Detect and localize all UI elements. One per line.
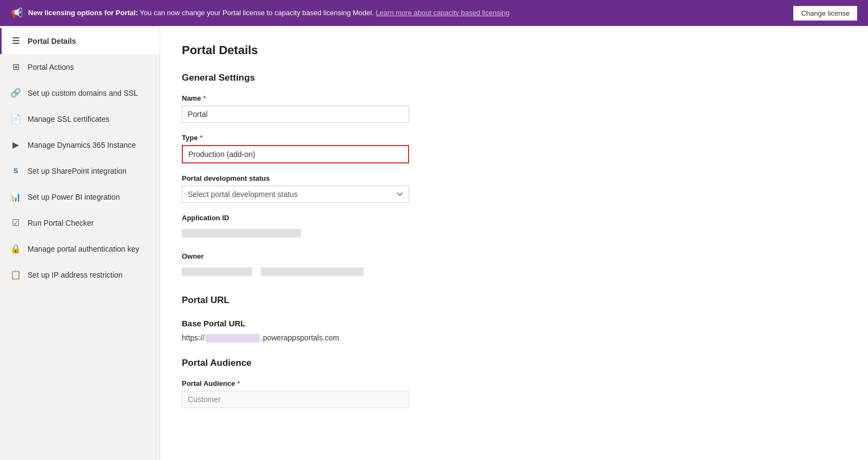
sidebar-label-ip-restriction: Set up IP address restriction xyxy=(28,270,151,280)
sharepoint-icon: S xyxy=(10,166,21,176)
base-portal-url-value: https://.powerappsportals.com xyxy=(182,333,846,343)
banner-learn-more-link[interactable]: Learn more about capacity based licensin… xyxy=(376,9,509,17)
name-required-star: * xyxy=(203,95,206,102)
portal-audience-field-group: Portal Audience * xyxy=(182,379,846,408)
application-id-field-group: Application ID xyxy=(182,214,846,241)
portal-url-section: Portal URL Base Portal URL https://.powe… xyxy=(182,295,846,343)
ssl-certs-icon: 📄 xyxy=(10,114,21,124)
type-field-group: Type * xyxy=(182,134,846,163)
sidebar-item-sharepoint[interactable]: S Set up SharePoint integration xyxy=(0,158,160,184)
owner-redacted-1 xyxy=(182,267,252,276)
portal-actions-icon: ⊞ xyxy=(10,62,21,73)
general-settings-section: General Settings Name * Type * xyxy=(182,73,846,280)
name-field-group: Name * xyxy=(182,94,846,123)
licensing-banner: 📢 New licensing options for Portal: You … xyxy=(0,0,868,26)
sidebar-item-ip-restriction[interactable]: 📋 Set up IP address restriction xyxy=(0,262,160,288)
banner-icon: 📢 xyxy=(11,7,23,19)
type-label: Type * xyxy=(182,134,846,142)
portal-audience-title: Portal Audience xyxy=(182,358,846,369)
sidebar-item-portal-checker[interactable]: ☑ Run Portal Checker xyxy=(0,210,160,236)
sidebar-label-portal-details: Portal Details xyxy=(28,36,151,46)
sidebar: ☰ Portal Details ⊞ Portal Actions 🔗 Set … xyxy=(0,26,160,460)
sidebar-item-powerbi[interactable]: 📊 Set up Power BI integration xyxy=(0,184,160,210)
application-id-label: Application ID xyxy=(182,214,846,222)
change-license-button[interactable]: Change license xyxy=(793,6,857,21)
banner-text: New licensing options for Portal: You ca… xyxy=(28,8,788,18)
owner-value xyxy=(182,264,409,280)
sidebar-label-auth-key: Manage portal authentication key xyxy=(28,244,151,254)
sidebar-item-ssl-certs[interactable]: 📄 Manage SSL certificates xyxy=(0,106,160,132)
main-layout: ☰ Portal Details ⊞ Portal Actions 🔗 Set … xyxy=(0,26,868,460)
owner-field-group: Owner xyxy=(182,252,846,280)
sidebar-label-portal-actions: Portal Actions xyxy=(28,62,151,72)
sidebar-item-dynamics-instance[interactable]: ▶ Manage Dynamics 365 Instance xyxy=(0,132,160,158)
type-required-star: * xyxy=(200,134,202,142)
application-id-value xyxy=(182,225,409,241)
sidebar-item-custom-domains[interactable]: 🔗 Set up custom domains and SSL xyxy=(0,80,160,106)
sidebar-label-powerbi: Set up Power BI integration xyxy=(28,192,151,202)
portal-dev-status-field-group: Portal development status Select portal … xyxy=(182,174,846,203)
owner-redacted-2 xyxy=(261,267,364,276)
general-settings-title: General Settings xyxy=(182,73,846,83)
powerbi-icon: 📊 xyxy=(10,192,21,202)
url-prefix: https:// xyxy=(182,333,205,342)
sidebar-item-portal-actions[interactable]: ⊞ Portal Actions xyxy=(0,54,160,80)
portal-details-icon: ☰ xyxy=(10,36,21,47)
portal-dev-status-label: Portal development status xyxy=(182,174,846,182)
banner-bold-text: New licensing options for Portal: xyxy=(28,9,138,17)
portal-audience-input[interactable] xyxy=(182,391,409,408)
portal-audience-label: Portal Audience * xyxy=(182,379,846,387)
main-content: Portal Details General Settings Name * T… xyxy=(160,26,868,460)
owner-label: Owner xyxy=(182,252,846,260)
banner-body-text: You can now change your Portal license t… xyxy=(140,9,373,17)
name-label: Name * xyxy=(182,94,846,102)
sidebar-label-ssl-certs: Manage SSL certificates xyxy=(28,114,151,124)
url-redacted xyxy=(206,334,260,343)
sidebar-label-custom-domains: Set up custom domains and SSL xyxy=(28,88,151,98)
sidebar-label-sharepoint: Set up SharePoint integration xyxy=(28,166,151,176)
auth-key-icon: 🔒 xyxy=(10,244,21,254)
base-portal-url-label: Base Portal URL xyxy=(182,319,846,328)
portal-url-title: Portal URL xyxy=(182,295,846,306)
sidebar-item-portal-details[interactable]: ☰ Portal Details xyxy=(0,28,160,54)
portal-audience-section: Portal Audience Portal Audience * xyxy=(182,358,846,408)
sidebar-label-dynamics-instance: Manage Dynamics 365 Instance xyxy=(28,140,151,150)
name-input[interactable] xyxy=(182,106,409,123)
portal-dev-status-select[interactable]: Select portal development status xyxy=(182,186,409,203)
custom-domains-icon: 🔗 xyxy=(10,88,21,98)
audience-required-star: * xyxy=(237,380,240,387)
url-suffix: .powerappsportals.com xyxy=(261,333,339,342)
page-title: Portal Details xyxy=(182,43,846,57)
dynamics-instance-icon: ▶ xyxy=(10,140,21,150)
sidebar-label-portal-checker: Run Portal Checker xyxy=(28,218,151,228)
type-input[interactable] xyxy=(182,145,409,163)
sidebar-item-auth-key[interactable]: 🔒 Manage portal authentication key xyxy=(0,236,160,262)
application-id-redacted xyxy=(182,229,301,238)
ip-restriction-icon: 📋 xyxy=(10,270,21,280)
portal-checker-icon: ☑ xyxy=(10,218,21,228)
